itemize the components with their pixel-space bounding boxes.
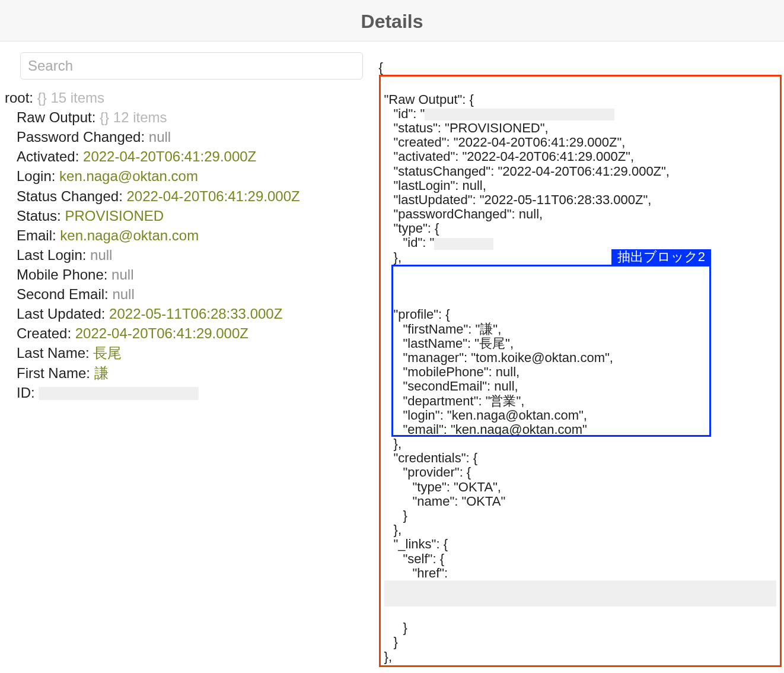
code-line: "type": { [384, 221, 439, 236]
code-line: } [384, 635, 398, 649]
code-line: }, [384, 649, 392, 664]
tree-item[interactable]: Second Email: null [5, 284, 369, 304]
code-line: "firstName": "謙", [384, 322, 502, 337]
annotation-badge-2: 抽出ブロック2 [611, 249, 711, 266]
code-line: "passwordChanged": null, [384, 207, 543, 221]
tree-value: 2022-04-20T06:41:29.000Z [75, 325, 248, 341]
right-panel: 抽出ブロック1 { "Raw Output": { "id": " "statu… [377, 42, 784, 673]
raw-json-code: { "Raw Output": { "id": " "status": "PRO… [379, 46, 782, 673]
code-line: "provider": { [384, 465, 471, 480]
redacted-value [434, 238, 493, 250]
tree-key: Last Login: [17, 247, 86, 263]
code-line: "Raw Output": { [384, 92, 474, 107]
code-line: "email": "ken.naga@oktan.com" [384, 423, 587, 437]
tree-item[interactable]: Login: ken.naga@oktan.com [5, 166, 369, 186]
code-line: "href": [384, 566, 448, 580]
tree-value: null [111, 266, 133, 282]
code-line: }, [384, 250, 401, 265]
tree-item[interactable]: Email: ken.naga@oktan.com [5, 226, 369, 245]
tree-key: Password Changed: [17, 129, 145, 145]
code-line: "mobilePhone": null, [384, 365, 520, 379]
tree-item[interactable]: Status: PROVISIONED [5, 206, 369, 226]
tree-key: Created: [17, 325, 71, 341]
tree-key: root: [5, 90, 33, 106]
code-line: "activated": "2022-04-20T06:41:29.000Z", [384, 150, 635, 164]
tree-item[interactable]: Status Changed: 2022-04-20T06:41:29.000Z [5, 186, 369, 206]
code-line: { [379, 60, 383, 75]
tree-meta: {} 15 items [37, 90, 104, 106]
left-panel: root: {} 15 items Raw Output: {} 12 item… [0, 42, 377, 673]
code-line: "profile": { [384, 307, 450, 322]
code-line: "lastUpdated": "2022-05-11T06:28:33.000Z… [384, 193, 652, 207]
tree-value: ken.naga@oktan.com [59, 168, 198, 184]
tree-value: 2022-04-20T06:41:29.000Z [83, 148, 256, 164]
code-line: } [384, 509, 407, 523]
page-title: Details [0, 0, 784, 42]
tree-item[interactable]: First Name: 謙 [5, 363, 369, 383]
tree-value: ken.naga@oktan.com [60, 227, 199, 243]
code-line: "type": "OKTA", [384, 480, 501, 494]
annotation-box-1: "Raw Output": { "id": " "status": "PROVI… [379, 75, 782, 666]
main-split: root: {} 15 items Raw Output: {} 12 item… [0, 42, 784, 673]
code-line: "department": "営業", [384, 394, 525, 408]
tree-key: Mobile Phone: [17, 266, 107, 282]
tree-value: null [90, 247, 112, 263]
tree-value: 謙 [94, 365, 109, 381]
code-line: "_links": { [384, 537, 448, 551]
tree-item[interactable]: Activated: 2022-04-20T06:41:29.000Z [5, 147, 369, 166]
code-line: }, [384, 437, 401, 451]
code-line: "statusChanged": "2022-04-20T06:41:29.00… [384, 164, 670, 179]
tree-key: Raw Output: [17, 109, 95, 125]
redacted-value [384, 580, 776, 607]
code-line: "login": "ken.naga@oktan.com", [384, 408, 587, 423]
tree-meta: {} 12 items [100, 109, 167, 125]
code-line: "self": { [384, 552, 444, 566]
code-line: "credentials": { [384, 451, 478, 465]
code-line: }, [384, 523, 401, 537]
tree-key: Second Email: [17, 286, 109, 302]
tree-key: ID: [17, 385, 35, 401]
json-tree: root: {} 15 items Raw Output: {} 12 item… [5, 88, 369, 402]
tree-key: Status Changed: [17, 188, 123, 204]
code-line: "created": "2022-04-20T06:41:29.000Z", [384, 135, 626, 150]
tree-value: 2022-05-11T06:28:33.000Z [109, 306, 282, 322]
code-line: "name": "OKTA" [384, 494, 506, 509]
code-line: "lastName": "長尾", [384, 337, 514, 351]
tree-item[interactable]: ID: [5, 383, 369, 402]
tree-key: Last Updated: [17, 306, 105, 322]
tree-item[interactable]: Last Name: 長尾 [5, 343, 369, 363]
code-line: "manager": "tom.koike@oktan.com", [384, 351, 613, 365]
redacted-value [425, 109, 614, 120]
code-line: "lastLogin": null, [384, 179, 486, 193]
tree-item[interactable]: Created: 2022-04-20T06:41:29.000Z [5, 323, 369, 343]
tree-value: null [149, 129, 171, 145]
code-line: "id": " [384, 236, 494, 250]
tree-key: Activated: [17, 148, 79, 164]
tree-key: Login: [17, 168, 55, 184]
tree-key: Status: [17, 208, 61, 224]
tree-key: Last Name: [17, 345, 90, 361]
tree-value: null [112, 286, 134, 302]
tree-item[interactable]: Password Changed: null [5, 127, 369, 147]
tree-key: Email: [17, 227, 56, 243]
search-input[interactable] [20, 52, 363, 80]
tree-value: PROVISIONED [65, 208, 164, 224]
tree-root[interactable]: root: {} 15 items [5, 88, 369, 107]
code-line: "id": " [384, 107, 615, 121]
code-line: } [384, 621, 407, 635]
tree-key: First Name: [17, 365, 90, 381]
code-line: "status": "PROVISIONED", [384, 121, 549, 135]
tree-value: 2022-04-20T06:41:29.000Z [126, 188, 299, 204]
redacted-value [39, 387, 199, 400]
tree-value: 長尾 [93, 345, 122, 361]
tree-item[interactable]: Last Updated: 2022-05-11T06:28:33.000Z [5, 304, 369, 323]
tree-item[interactable]: Mobile Phone: null [5, 265, 369, 284]
tree-item[interactable]: Last Login: null [5, 245, 369, 265]
code-line: "secondEmail": null, [384, 379, 518, 393]
tree-item[interactable]: Raw Output: {} 12 items [5, 107, 369, 127]
annotation-box-2-wrap: 抽出ブロック2 "profile": { "firstName": "謙", "… [384, 265, 776, 437]
